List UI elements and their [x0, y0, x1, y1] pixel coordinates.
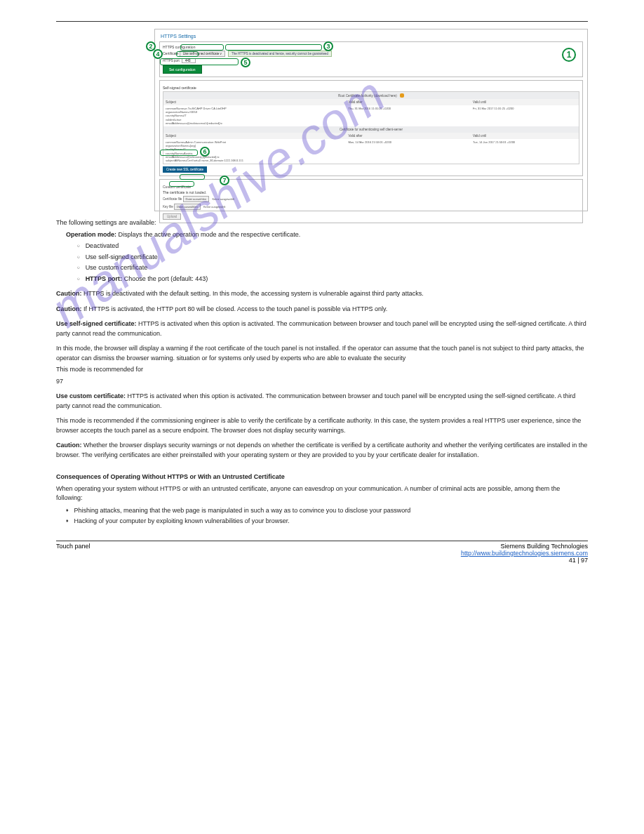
b5-body: Choose the port (default: 443): [122, 275, 208, 282]
footer-link[interactable]: http://www.buildingtechnologies.siemens.…: [461, 550, 588, 557]
cert-row-2: commonName=Admin Communication WebPrint …: [163, 139, 579, 164]
callout-7: 7: [220, 176, 229, 185]
b1-body: Displays the active operation mode and t…: [116, 231, 300, 238]
page-bottom-rule: [56, 541, 588, 541]
cert-table-header-2: Subject Valid after Valid until: [163, 133, 579, 139]
bullet-self-signed: Use self-signed certificate: [77, 253, 588, 263]
port-label: HTTPS port: [163, 59, 180, 62]
custom-cert-title: Custom certificate: [163, 185, 579, 189]
caution2-lead: Caution:: [56, 305, 82, 312]
caution1-lead: Caution:: [56, 290, 82, 297]
key-file-choose[interactable]: Datei auswählen: [174, 204, 201, 210]
https-settings-screenshot: HTTPS Settings HTTPS configuration Certi…: [154, 29, 588, 211]
upload-button[interactable]: Upload: [163, 213, 181, 220]
cert1-until: Fri, 31 Mar 2017 11:31:25 +0200: [471, 105, 579, 126]
cert-table-header: Subject Valid after Valid until: [163, 99, 579, 105]
custom-note: The certificate is not loaded.: [163, 190, 579, 194]
consequences-body: When operating your system without HTTPS…: [56, 484, 588, 503]
cert2-subject: commonName=Admin Communication WebPrint …: [163, 139, 346, 164]
key-file-label: Key file: [163, 205, 173, 208]
set-config-button[interactable]: Set configuration: [163, 65, 202, 74]
callout-5: 5: [241, 58, 250, 67]
selfsigned-lead: Use self-signed certificate:: [56, 320, 137, 327]
end-bullet-2: Hacking of your computer by exploiting k…: [66, 517, 588, 527]
custom-body: HTTPS is activated when this option is a…: [56, 392, 575, 409]
caution3-lead: Caution:: [56, 442, 82, 449]
caution3-body: Whether the browser displays security wa…: [56, 442, 587, 458]
bullet-deactivated: Deactivated: [77, 241, 588, 251]
th-until: Valid until: [471, 99, 579, 105]
cert2-until: Tue, 14 Jan 2017 21:50:01 +0200: [471, 139, 579, 164]
custom-cert-box: Custom certificate The certificate is no…: [159, 179, 583, 223]
callout-6: 6: [200, 147, 210, 157]
cert-file-choose[interactable]: Datei auswählen: [183, 196, 210, 202]
key-file-nosel: Keine ausgewählt: [203, 205, 226, 208]
self-signed-title: Self-signed certificate: [163, 86, 579, 90]
th-subject: Subject: [163, 99, 346, 105]
download-link[interactable]: Root Certificate Authority (download her…: [338, 94, 397, 98]
custom-lead: Use custom certificate:: [56, 392, 126, 399]
th2-after: Valid after: [346, 133, 471, 139]
config-label: HTTPS configuration: [163, 45, 579, 49]
footer-company: Siemens Building Technologies: [461, 543, 588, 550]
cert-row-1: commonName=e.TruStCAHP Driver CA LiteDHP…: [163, 105, 579, 126]
page-top-rule: [56, 21, 588, 22]
cert-file-nosel: Keine ausgewählt: [212, 197, 234, 201]
b5-lead: HTTPS port:: [86, 275, 123, 282]
footer-left: Touch panel: [56, 543, 90, 557]
ss-title: HTTPS Settings: [161, 34, 583, 39]
cert1-after: Thu, 31 Mar 2016 11:31:25 +0200: [346, 105, 471, 126]
page-number: 41 | 97: [569, 557, 588, 564]
https-config-box: HTTPS configuration Certificate Use self…: [159, 41, 583, 77]
download-row: Root Certificate Authority (download her…: [163, 92, 579, 99]
caution2-body: If HTTPS is activated, the HTTP port 80 …: [82, 305, 388, 312]
bullet-custom: Use custom certificate: [77, 263, 588, 273]
th2-until: Valid until: [471, 133, 579, 139]
end-bullet-1: Phishing attacks, meaning that the web p…: [66, 506, 588, 516]
port-input[interactable]: 443: [182, 58, 196, 63]
th2-subject: Subject: [163, 133, 346, 139]
callout-4: 4: [153, 49, 163, 59]
cert-hint: The HTTPS is deactivated and hence, secu…: [228, 51, 332, 57]
th-after: Valid after: [346, 99, 471, 105]
caution1-body: HTTPS is deactivated with the default se…: [82, 290, 424, 297]
create-ssl-button[interactable]: Create new SSL certificate: [163, 166, 207, 173]
callout-1: 1: [562, 48, 576, 62]
cert1-subject: commonName=e.TruStCAHP Driver CA LiteDHP…: [163, 105, 346, 126]
selfsigned-note: In this mode, the browser will display a…: [56, 344, 588, 363]
callout-3: 3: [323, 41, 333, 51]
stray-97: 97: [56, 377, 588, 387]
b1-lead: Operation mode:: [66, 231, 116, 238]
selfsigned-note2: This mode is recommended for: [56, 365, 588, 375]
cert-select-button[interactable]: Use self-signed certificate v: [180, 51, 225, 57]
footer: Touch panel Siemens Building Technologie…: [56, 543, 588, 557]
cert2-after: Mon, 14 Mar 2016 21:50:01 +0200: [346, 139, 471, 164]
download-icon[interactable]: [400, 93, 404, 98]
cert-field-label: Certificate: [163, 51, 179, 55]
self-signed-box: Self-signed certificate Root Certificate…: [159, 80, 583, 176]
cert-mid-banner: Certificate for authenticating self clie…: [163, 126, 579, 133]
custom-note-long: This mode is recommended if the commissi…: [56, 416, 588, 435]
cert-file-label: Certificate file: [163, 197, 182, 201]
consequences-head: Consequences of Operating Without HTTPS …: [56, 473, 285, 480]
